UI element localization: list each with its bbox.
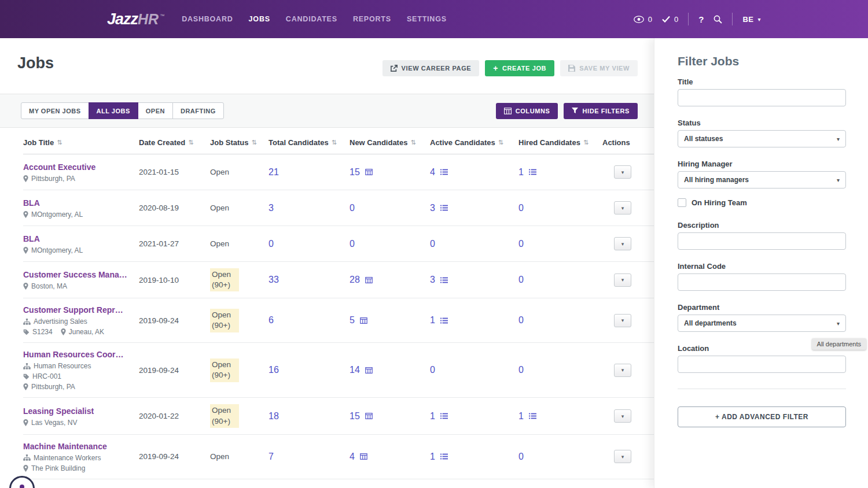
job-title-link[interactable]: Leasing Specialist <box>23 406 94 416</box>
filter-description-input[interactable] <box>678 232 846 250</box>
filter-status-label: Status <box>678 119 846 127</box>
column-header-hired-candidates[interactable]: Hired Candidates⇅ <box>518 138 602 147</box>
tab-all-jobs[interactable]: ALL JOBS <box>89 102 138 119</box>
save-my-view-button[interactable]: SAVE MY VIEW <box>560 60 638 76</box>
job-title-link[interactable]: Account Executive <box>23 162 95 172</box>
chevron-down-icon: ▾ <box>757 16 761 23</box>
nav-item-reports[interactable]: REPORTS <box>353 15 391 23</box>
department-icon <box>23 319 31 325</box>
hired-candidates-link[interactable]: 0 <box>518 315 524 326</box>
hired-candidates-link[interactable]: 0 <box>518 452 524 462</box>
total-candidates-link[interactable]: 33 <box>269 275 279 285</box>
on-hiring-team-checkbox[interactable] <box>678 198 686 207</box>
view-career-page-button[interactable]: VIEW CAREER PAGE <box>382 60 480 76</box>
nav-item-settings[interactable]: SETTINGS <box>407 15 447 23</box>
columns-button[interactable]: COLUMNS <box>496 103 558 119</box>
filter-location-input[interactable] <box>678 356 846 373</box>
hired-candidates-link[interactable]: 0 <box>518 203 524 213</box>
location-pin-icon <box>23 465 28 472</box>
create-job-button[interactable]: + CREATE JOB <box>485 60 554 76</box>
total-candidates-link[interactable]: 18 <box>269 411 279 422</box>
filter-status-select[interactable]: All statuses ▾ <box>678 130 846 147</box>
active-candidates-link[interactable]: 0 <box>430 365 435 375</box>
hide-filters-button[interactable]: HIDE FILTERS <box>564 103 638 119</box>
job-title-link[interactable]: Human Resources Coor… <box>23 350 123 359</box>
nav-item-dashboard[interactable]: DASHBOARD <box>182 15 233 23</box>
job-actions-dropdown[interactable]: ▾ <box>614 273 631 287</box>
job-title-link[interactable]: Customer Success Mana… <box>23 270 127 279</box>
new-candidates-link[interactable]: 15 <box>350 167 373 178</box>
job-title-link[interactable]: Machine Maintenance <box>23 442 107 451</box>
tab-my-open-jobs[interactable]: MY OPEN JOBS <box>21 102 89 119</box>
total-candidates-link[interactable]: 16 <box>269 365 279 375</box>
job-row: Human Resources Coor…Human ResourcesHRC-… <box>23 343 654 398</box>
total-candidates-link[interactable]: 7 <box>269 452 274 462</box>
column-header-new-candidates[interactable]: New Candidates⇅ <box>350 138 430 147</box>
column-header-date-created[interactable]: Date Created⇅ <box>139 138 210 147</box>
active-candidates-link[interactable]: 3 <box>430 203 448 213</box>
job-actions-dropdown[interactable]: ▾ <box>614 237 631 250</box>
job-title-link[interactable]: BLA <box>23 234 40 243</box>
active-candidates-link[interactable]: 1 <box>430 452 448 462</box>
help-button[interactable]: ? <box>698 14 704 24</box>
new-candidates-link[interactable]: 0 <box>350 239 355 249</box>
filter-internal-code-label: Internal Code <box>678 262 846 271</box>
tab-drafting[interactable]: DRAFTING <box>172 102 224 119</box>
column-header-total-candidates[interactable]: Total Candidates⇅ <box>269 138 350 147</box>
column-header-active-candidates[interactable]: Active Candidates⇅ <box>430 138 518 147</box>
job-actions-dropdown[interactable]: ▾ <box>614 201 631 215</box>
nav-item-candidates[interactable]: CANDIDATES <box>286 15 337 23</box>
hired-candidates-link[interactable]: 0 <box>518 365 524 375</box>
new-candidates-link[interactable]: 5 <box>350 315 367 326</box>
job-row: Customer Support Repr…Advertising SalesS… <box>23 298 654 343</box>
job-actions-dropdown[interactable]: ▾ <box>614 165 631 179</box>
active-candidates-link[interactable]: 0 <box>430 239 435 249</box>
job-row: BLAMOntgomery, AL2020-08-19Open3030▾ <box>23 190 654 226</box>
new-candidates-link[interactable]: 0 <box>350 203 355 213</box>
active-candidates-link[interactable]: 1 <box>430 411 448 422</box>
nav-item-jobs[interactable]: JOBS <box>249 15 270 23</box>
total-candidates-link[interactable]: 21 <box>269 167 279 178</box>
active-candidates-link[interactable]: 1 <box>430 315 448 326</box>
list-view-icon <box>440 413 448 419</box>
internal-code-tag-icon <box>23 374 30 380</box>
hired-candidates-link[interactable]: 1 <box>518 411 536 422</box>
search-button[interactable] <box>713 15 722 24</box>
filter-hiring-manager-select[interactable]: All hiring managers ▾ <box>678 171 846 188</box>
jazzhr-logo[interactable]: Jazz HR ™ <box>107 10 164 28</box>
total-candidates-link[interactable]: 0 <box>269 239 274 249</box>
hired-candidates-link[interactable]: 0 <box>518 239 524 249</box>
watching-indicator[interactable]: 0 <box>634 15 652 24</box>
active-candidates-link[interactable]: 4 <box>430 167 448 178</box>
board-view-icon <box>365 413 373 419</box>
job-title-link[interactable]: BLA <box>23 198 40 208</box>
tasks-indicator[interactable]: 0 <box>662 15 678 24</box>
column-header-job-title[interactable]: Job Title⇅ <box>23 138 139 147</box>
job-meta-pin: MOntgomery, AL <box>23 246 83 254</box>
new-candidates-link[interactable]: 14 <box>350 365 373 375</box>
job-actions-dropdown[interactable]: ▾ <box>614 314 631 327</box>
sort-icon: ⇅ <box>498 139 503 146</box>
new-candidates-link[interactable]: 15 <box>350 411 373 422</box>
job-actions-dropdown[interactable]: ▾ <box>614 450 631 463</box>
job-actions-dropdown[interactable]: ▾ <box>614 364 631 377</box>
tab-open[interactable]: OPEN <box>138 102 173 119</box>
job-actions-dropdown[interactable]: ▾ <box>614 409 631 423</box>
filter-department-select[interactable]: All departments ▾ <box>678 315 846 332</box>
hired-candidates-link[interactable]: 0 <box>518 275 524 285</box>
sort-icon: ⇅ <box>188 139 193 146</box>
total-candidates-link[interactable]: 6 <box>269 315 274 326</box>
job-title-link[interactable]: Customer Support Repr… <box>23 305 123 315</box>
new-candidates-link[interactable]: 4 <box>350 452 367 462</box>
add-advanced-filter-button[interactable]: + ADD ADVANCED FILTER <box>678 406 846 427</box>
main-content: Jobs VIEW CAREER PAGE + CREATE JOB SAVE … <box>0 38 654 488</box>
user-menu[interactable]: BE ▾ <box>742 15 761 24</box>
active-candidates-link[interactable]: 3 <box>430 275 448 285</box>
hired-candidates-link[interactable]: 1 <box>518 167 536 178</box>
total-candidates-link[interactable]: 3 <box>269 203 274 213</box>
filter-title-input[interactable] <box>678 89 846 106</box>
column-header-job-status[interactable]: Job Status⇅ <box>210 138 269 147</box>
question-icon: ? <box>698 14 704 24</box>
new-candidates-link[interactable]: 28 <box>350 275 373 285</box>
filter-internal-code-input[interactable] <box>678 273 846 291</box>
